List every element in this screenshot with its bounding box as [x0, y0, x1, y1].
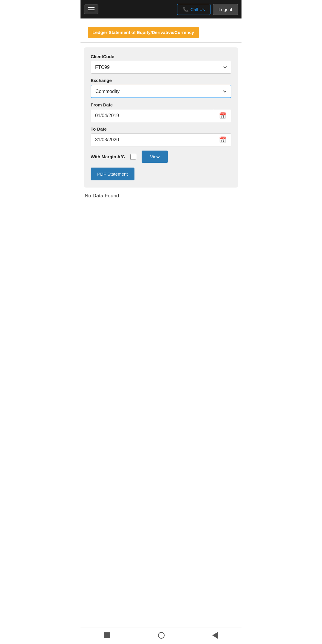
client-code-group: ClientCode FTC99: [91, 54, 231, 74]
view-button[interactable]: View: [142, 151, 168, 163]
no-data-message: No Data Found: [85, 193, 237, 199]
from-date-calendar-button[interactable]: 📅: [214, 109, 231, 122]
header-actions: 📞 Call Us Logout: [177, 4, 238, 15]
header: 📞 Call Us Logout: [80, 0, 242, 18]
actions-row: With Margin A/C View: [91, 151, 231, 163]
page-title-banner: Ledger Statement of Equity/Derivative/Cu…: [88, 27, 199, 38]
logout-button[interactable]: Logout: [213, 4, 238, 15]
call-us-label: Call Us: [191, 7, 205, 12]
calendar-icon: 📅: [219, 112, 226, 119]
page-title: Ledger Statement of Equity/Derivative/Cu…: [92, 30, 194, 35]
phone-icon: 📞: [183, 7, 189, 12]
menu-button[interactable]: [84, 4, 98, 14]
from-date-wrapper: 📅: [91, 109, 231, 122]
margin-ac-label: With Margin A/C: [91, 154, 125, 159]
margin-ac-checkbox[interactable]: [130, 154, 136, 160]
no-data-text: No Data Found: [85, 193, 119, 199]
call-us-button[interactable]: 📞 Call Us: [177, 4, 210, 15]
to-date-input[interactable]: [91, 134, 214, 146]
form-card: ClientCode FTC99 Exchange Equity Derivat…: [84, 47, 238, 188]
from-date-input[interactable]: [91, 109, 214, 122]
exchange-label: Exchange: [91, 78, 231, 83]
to-date-label: To Date: [91, 126, 231, 131]
client-code-label: ClientCode: [91, 54, 231, 59]
from-date-label: From Date: [91, 102, 231, 107]
logout-label: Logout: [219, 7, 232, 12]
calendar-icon-2: 📅: [219, 136, 226, 143]
pdf-statement-button[interactable]: PDF Statement: [91, 168, 134, 180]
to-date-group: To Date 📅: [91, 126, 231, 146]
exchange-select[interactable]: Equity Derivative Currency Commodity: [91, 85, 231, 98]
from-date-group: From Date 📅: [91, 102, 231, 122]
pdf-row: PDF Statement: [91, 168, 231, 180]
client-code-select[interactable]: FTC99: [91, 61, 231, 74]
exchange-group: Exchange Equity Derivative Currency Comm…: [91, 78, 231, 98]
to-date-calendar-button[interactable]: 📅: [214, 134, 231, 146]
to-date-wrapper: 📅: [91, 133, 231, 146]
divider: [80, 42, 242, 43]
